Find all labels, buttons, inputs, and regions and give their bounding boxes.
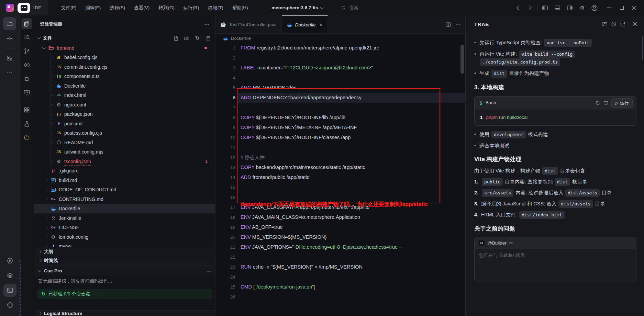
close-panel-button[interactable] xyxy=(632,21,639,27)
file-item-LICENSE[interactable]: LICENSE xyxy=(34,223,215,233)
terminal-icon[interactable] xyxy=(3,284,16,297)
timeline-section-header[interactable]: 时间线 xyxy=(34,256,215,265)
file-item-tsconfig.json[interactable]: ⚙tsconfig.json1 xyxy=(34,157,215,166)
menu-item-1[interactable]: 编辑(E) xyxy=(81,3,105,13)
menu-item-0[interactable]: 文件(F) xyxy=(57,3,81,13)
menu-item-7[interactable]: 帮助(H) xyxy=(228,3,253,13)
cuepro-more-button[interactable]: ⋯ xyxy=(207,268,211,274)
search-list-icon[interactable] xyxy=(21,32,32,43)
code-line-19[interactable]: 19ENV AB_OFF=true xyxy=(215,222,466,232)
plugin-icon[interactable] xyxy=(3,32,16,45)
file-item-commitlint.config.cjs[interactable]: JScommitlint.config.cjs xyxy=(34,62,215,72)
folder-icon[interactable] xyxy=(3,17,16,30)
menu-item-3[interactable]: 查看(V) xyxy=(130,3,154,13)
debug-icon[interactable] xyxy=(21,73,32,84)
file-item-tailwind.config.mjs[interactable]: JStailwind.config.mjs xyxy=(34,147,215,157)
files-section-header[interactable]: 文件 ↻ xyxy=(34,33,215,43)
code-line-22[interactable]: 22 xyxy=(215,252,466,262)
power-icon[interactable] xyxy=(21,132,32,143)
code-line-2[interactable]: 2 xyxy=(215,53,466,63)
window-maximize-button[interactable] xyxy=(617,3,627,13)
new-folder-button[interactable] xyxy=(183,34,190,42)
tab-Dockerfile[interactable]: Dockerfile× xyxy=(282,15,328,33)
run-hex-icon[interactable] xyxy=(3,254,16,267)
code-line-15[interactable]: 15 xyxy=(215,182,466,192)
code-line-25[interactable]: 25CMD ["/deployments/run-java.sh"] xyxy=(215,282,466,292)
outline-section-header[interactable]: 大纲 xyxy=(34,247,215,256)
settings-gear-icon[interactable]: ⚙ xyxy=(577,3,587,13)
layers-icon[interactable] xyxy=(3,269,16,282)
toggle-right-panel-button[interactable] xyxy=(565,3,575,13)
cuepro-processed-bar[interactable]: ↻ 已处理 0/0 个变更点 xyxy=(37,289,212,299)
code-line-14[interactable]: 14ADD frontend/public /app/static xyxy=(215,172,466,182)
code-line-6[interactable]: 6ARG DEPENDENCY=backend/app/target/depen… xyxy=(215,93,466,103)
file-item-CONTRIBUTING.md[interactable]: CONTRIBUTING.md xyxy=(34,194,215,204)
menu-item-6[interactable]: 终端(T) xyxy=(204,3,228,13)
window-close-button[interactable] xyxy=(629,3,639,13)
history-button[interactable] xyxy=(611,21,617,27)
test-flask-icon[interactable] xyxy=(21,118,32,129)
file-item-mvnw[interactable]: mvnw xyxy=(34,242,215,247)
source-control-icon[interactable] xyxy=(21,46,32,57)
new-chat-button[interactable] xyxy=(602,21,608,27)
logical-structure-section-header[interactable]: Logical Structure xyxy=(34,310,215,316)
close-tab-icon[interactable]: × xyxy=(320,22,323,28)
copy-code-button[interactable] xyxy=(595,100,600,106)
file-item-Dockerfile[interactable]: Dockerfile xyxy=(34,81,215,91)
breadcrumb[interactable]: Dockerfile xyxy=(215,34,466,43)
code-line-3[interactable]: 3LABEL maintainer="FIT2CLOUD <support@fi… xyxy=(215,63,466,73)
file-item-nginx.conf[interactable]: ⚙nginx.conf xyxy=(34,100,215,110)
code-line-8[interactable]: 8COPY ${DEPENDENCY}/BOOT-INF/lib /app/li… xyxy=(215,113,466,123)
run-code-button[interactable]: ▷运行 xyxy=(611,98,633,108)
file-item-lombok.config[interactable]: ⚙lombok.config xyxy=(34,232,215,242)
menu-item-4[interactable]: 转到(G) xyxy=(154,3,179,13)
global-search[interactable]: 搜索 xyxy=(341,0,358,15)
file-item-README.md[interactable]: README.md xyxy=(34,138,215,147)
file-item-CODE_OF_CONDUCT.md[interactable]: M↓CODE_OF_CONDUCT.md xyxy=(34,185,215,195)
explorer-more-button[interactable]: ⋯ xyxy=(204,21,210,27)
file-item-components.d.ts[interactable]: TScomponents.d.ts xyxy=(34,72,215,81)
extensions-icon[interactable] xyxy=(21,104,32,115)
code-line-18[interactable]: 18ENV JAVA_MAIN_CLASS=io.metersphere.App… xyxy=(215,212,466,222)
code-editor[interactable]: dependency下面不是有前端的构建产物了吗， 为什么还要复制到/app/s… xyxy=(215,43,466,316)
trae-scrollbar[interactable] xyxy=(642,36,643,60)
toggle-bottom-panel-button[interactable] xyxy=(552,3,563,13)
file-item-index.html[interactable]: <>index.html xyxy=(34,91,215,100)
code-line-11[interactable]: 11 xyxy=(215,143,466,153)
code-line-7[interactable]: 7 xyxy=(215,103,466,113)
project-switcher[interactable]: metersphere-3.6.7-lts xyxy=(271,0,330,15)
code-line-26[interactable]: 26 xyxy=(215,292,466,302)
split-editor-button[interactable] xyxy=(445,22,451,27)
code-line-9[interactable]: 9COPY ${DEPENDENCY}/META-INF /app/META-I… xyxy=(215,123,466,133)
issue-icon[interactable] xyxy=(3,298,16,312)
tab-TestPlanController.java[interactable]: ☕TestPlanController.java xyxy=(215,15,282,33)
new-file-button[interactable] xyxy=(172,34,180,42)
eye-icon[interactable] xyxy=(21,59,32,70)
file-item-postcss.config.cjs[interactable]: JSpostcss.config.cjs xyxy=(34,128,215,138)
editor-more-button[interactable]: ⋯ xyxy=(455,21,461,28)
menu-item-2[interactable]: 选择(S) xyxy=(105,3,130,13)
open-external-button[interactable] xyxy=(620,21,626,27)
chat-input[interactable]: 您正在与 Builder 聊天 xyxy=(475,249,636,282)
menu-item-5[interactable]: 运行(R) xyxy=(179,3,204,13)
file-item-build.md[interactable]: M↓build.md xyxy=(34,176,215,185)
remote-screen-icon[interactable] xyxy=(21,87,32,98)
nav-back-button[interactable] xyxy=(513,3,523,13)
scissors-icon[interactable]: ✂ xyxy=(509,240,513,246)
insert-code-button[interactable] xyxy=(603,100,609,106)
file-item-babel.config.cjs[interactable]: Bbabel.config.cjs xyxy=(34,53,215,63)
file-item-pom.xml[interactable]: pom.xml xyxy=(34,119,215,128)
file-item-Jenkinsfile[interactable]: Jenkinsfile xyxy=(34,213,215,223)
account-icon[interactable] xyxy=(589,3,600,13)
refresh-explorer-button[interactable]: ↻ xyxy=(193,34,201,42)
more-dots-icon[interactable] xyxy=(3,66,16,79)
folder-item-frontend[interactable]: frontend xyxy=(34,43,215,53)
code-line-5[interactable]: 5ARG MS_VERSION=dev xyxy=(215,83,466,93)
code-line-23[interactable]: 23RUN echo -n "${MS_VERSION}" > /tmp/MS_… xyxy=(215,262,466,272)
chat-composer[interactable]: @Builder ✂ 您正在与 Builder 聊天 xyxy=(474,237,636,282)
files-icon[interactable] xyxy=(21,18,32,29)
code-line-13[interactable]: 13COPY backend/app/src/main/resources/st… xyxy=(215,162,466,172)
code-line-20[interactable]: 20ENV MS_VERSION=${MS_VERSION} xyxy=(215,232,466,242)
cuepro-section-header[interactable]: Cue-Pro ⋯ xyxy=(34,266,215,276)
code-line-12[interactable]: 12# 静态文件 xyxy=(215,153,466,162)
